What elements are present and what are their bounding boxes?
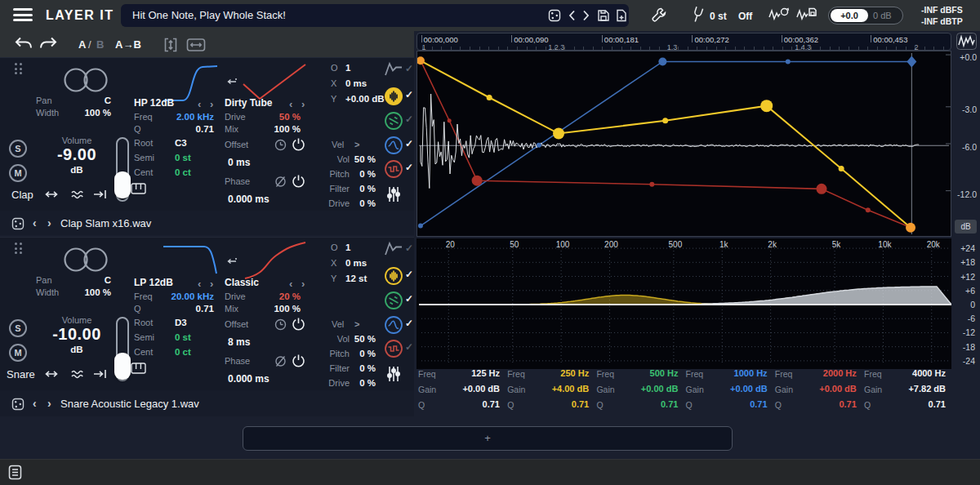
drive-check-icon[interactable]: ✓ [405, 341, 413, 353]
preset-prev-icon[interactable] [568, 10, 576, 21]
filter-q-value[interactable]: 0.71 [160, 124, 214, 134]
vel-vol-value[interactable]: 50 % [346, 334, 376, 344]
randomize-icon[interactable] [548, 9, 561, 22]
filter-next-icon[interactable]: › [210, 278, 213, 290]
mute-button[interactable]: M [9, 164, 27, 182]
width-value[interactable]: 100 % [72, 287, 111, 297]
pan-width-knobs[interactable] [62, 66, 109, 94]
offset-value[interactable]: 8 ms [228, 336, 250, 348]
drive-check-icon[interactable]: ✓ [405, 162, 413, 173]
envelope-timeline[interactable]: 00:00,00000:00,09000:00,18100:00,27200:0… [416, 33, 951, 51]
mix-value[interactable]: 100 % [245, 304, 301, 314]
eq-q-value[interactable]: 0.71 [418, 399, 500, 409]
shape-check-icon[interactable]: ✓ [405, 63, 413, 74]
width-value[interactable]: 100 % [72, 108, 111, 118]
tuning-fork-icon[interactable] [690, 6, 705, 24]
env-target-filter[interactable]: ✓ [382, 315, 418, 336]
eq-band-1[interactable]: Freq125 HzGain+0.00 dBQ0.71 [416, 369, 503, 416]
env-target-shape[interactable]: ✓ [382, 60, 418, 82]
env-o-value[interactable]: 1 [345, 63, 350, 73]
env-target-shape[interactable]: ✓ [382, 240, 418, 261]
offset-clock-icon[interactable] [274, 139, 287, 151]
vel-drive-value[interactable]: 0 % [346, 198, 376, 208]
new-preset-icon[interactable] [615, 9, 628, 22]
env-x-value[interactable]: 0 ms [345, 78, 367, 88]
filter-prev-icon[interactable]: ‹ [198, 98, 201, 110]
mixer-icon[interactable] [384, 185, 403, 204]
eq-shelf-curve[interactable] [702, 287, 951, 305]
solo-button[interactable]: S [9, 319, 27, 337]
snap-to-end-icon[interactable] [93, 369, 108, 379]
eq-gain-value[interactable]: +0.00 dB [686, 384, 768, 394]
snap-to-end-icon[interactable] [93, 189, 108, 199]
phase-power-icon[interactable] [292, 174, 305, 188]
eq-freq-value[interactable]: 500 Hz [596, 368, 678, 378]
pitch-env-point[interactable] [658, 57, 666, 65]
add-layer-strip[interactable]: + [243, 426, 733, 451]
env-target-mixer[interactable] [382, 185, 418, 206]
filter-env-point[interactable] [649, 182, 654, 187]
keyboard-icon[interactable] [131, 363, 146, 374]
phase-invert-icon[interactable] [274, 355, 287, 367]
phase-invert-icon[interactable] [274, 176, 287, 188]
env-target-volume[interactable]: ✓ [382, 87, 418, 108]
volume-fader-handle[interactable] [114, 353, 131, 380]
semi-value[interactable]: 0 st [175, 332, 191, 342]
eq-freq-value[interactable]: 250 Hz [507, 368, 589, 378]
eq-q-value[interactable]: 0.71 [864, 399, 946, 409]
eq-q-value[interactable]: 0.71 [507, 399, 589, 409]
filter-name[interactable]: LP 12dB [134, 277, 173, 288]
eq-band-6[interactable]: Freq4000 HzGain+7.82 dBQ0.71 [862, 369, 949, 416]
filter-q-value[interactable]: 0.71 [160, 304, 214, 314]
log-panel-icon[interactable] [8, 465, 22, 480]
pitch-env-line[interactable] [421, 61, 911, 225]
volume-icon[interactable] [384, 87, 403, 106]
offset-power-icon[interactable] [292, 137, 305, 151]
eq-freq-value[interactable]: 125 Hz [418, 368, 500, 378]
export-audio-icon[interactable] [796, 7, 817, 23]
filter-icon[interactable] [384, 315, 403, 335]
pan-value[interactable]: C [72, 96, 111, 105]
drive-amount-value[interactable]: 50 % [245, 112, 301, 122]
undo-icon[interactable] [15, 36, 33, 52]
drive-next-icon[interactable]: › [301, 98, 305, 110]
menu-button[interactable] [13, 8, 33, 21]
resize-height-icon[interactable] [163, 37, 178, 53]
vel-pitch-value[interactable]: 0 % [346, 349, 376, 358]
pitch-env-point[interactable] [537, 143, 541, 148]
pan-width-knobs[interactable] [62, 246, 109, 274]
global-pitch-value[interactable]: 0 st [710, 11, 727, 22]
vel-mode-arrow[interactable]: > [354, 140, 359, 149]
eq-q-value[interactable]: 0.71 [775, 399, 857, 409]
drive-name[interactable]: Dirty Tube [225, 97, 272, 109]
filter-freq-value[interactable]: 20.00 kHz [160, 291, 214, 301]
offset-value[interactable]: 0 ms [228, 157, 250, 168]
redo-icon[interactable] [39, 36, 57, 52]
drive-next-icon[interactable]: › [301, 278, 305, 290]
env-y-value[interactable]: 12 st [345, 274, 367, 283]
vel-drive-value[interactable]: 0 % [346, 378, 376, 388]
eq-gain-value[interactable]: +4.00 dB [507, 384, 589, 394]
eq-band-3[interactable]: Freq500 HzGain+0.00 dBQ0.71 [595, 369, 681, 416]
mix-value[interactable]: 100 % [245, 124, 301, 134]
phase-value[interactable]: 0.000 ms [228, 194, 270, 205]
layer-drag-handle[interactable] [15, 63, 22, 74]
drive-prev-icon[interactable]: ‹ [289, 278, 292, 290]
sample-filename[interactable]: Clap Slam x16.wav [60, 217, 151, 229]
volume-env-point[interactable] [417, 56, 425, 65]
ab-compare-a[interactable]: A [78, 38, 86, 51]
shape-check-icon[interactable]: ✓ [405, 242, 413, 254]
drive-name[interactable]: Classic [225, 277, 259, 288]
env-x-value[interactable]: 0 ms [345, 258, 367, 268]
drive-amount-value[interactable]: 20 % [245, 291, 301, 301]
tilt-check-icon[interactable]: ✓ [405, 113, 413, 125]
output-gain-value[interactable]: +0.0 [831, 9, 868, 22]
layer-name[interactable]: Clap [11, 189, 33, 201]
ab-compare-b[interactable]: B [96, 38, 104, 51]
drive-icon[interactable] [384, 339, 403, 358]
drive-flip-icon[interactable] [226, 78, 238, 86]
random-sample-icon[interactable] [11, 217, 24, 230]
reverse-icon[interactable] [44, 189, 59, 199]
offset-clock-icon[interactable] [274, 318, 287, 331]
env-target-filter[interactable]: ✓ [382, 136, 418, 157]
